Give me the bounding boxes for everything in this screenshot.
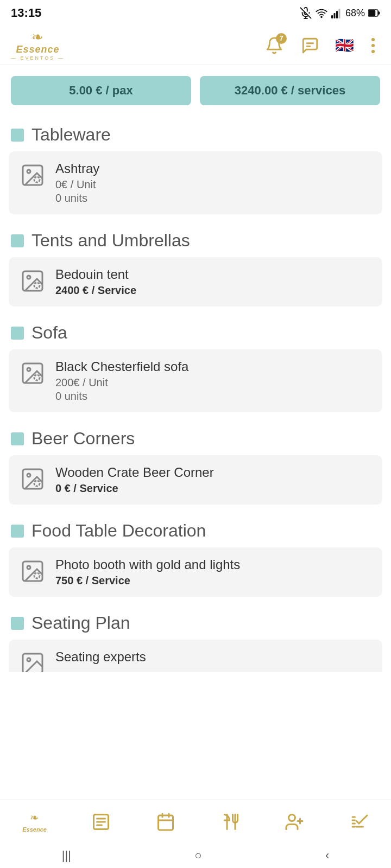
- image-icon-seating: [20, 650, 46, 672]
- item-chesterfield[interactable]: Black Chesterfield sofa 200€ / Unit 0 un…: [9, 349, 382, 412]
- section-square: [11, 234, 24, 247]
- item-bedouin-tent[interactable]: Bedouin tent 2400 € / Service: [9, 257, 382, 307]
- checklist-icon: [349, 812, 369, 832]
- item-icon-chesterfield: [18, 359, 47, 387]
- svg-point-39: [289, 814, 295, 821]
- signal-icon: [331, 7, 342, 19]
- food-icon: [220, 812, 240, 832]
- section-beer-title: Beer Corners: [31, 429, 135, 449]
- item-icon-ashtray: [18, 161, 47, 189]
- image-icon-chesterfield: [20, 360, 46, 386]
- svg-rect-6: [336, 11, 338, 18]
- svg-point-19: [27, 368, 30, 371]
- svg-point-25: [27, 566, 30, 569]
- calendar-icon: [156, 812, 175, 832]
- add-user-icon: [285, 812, 304, 832]
- item-info-bedouin: Bedouin tent 2400 € / Service: [55, 267, 373, 297]
- image-icon-photo-booth: [20, 558, 46, 584]
- item-price-chesterfield: 200€ / Unit: [55, 376, 373, 389]
- bottom-nav-food[interactable]: [214, 810, 247, 834]
- image-icon-wooden-crate: [20, 466, 46, 492]
- battery-icon: [368, 9, 380, 17]
- svg-point-17: [34, 283, 40, 288]
- section-seating-title: Seating Plan: [31, 613, 130, 633]
- section-food-title: Food Table Decoration: [31, 521, 206, 541]
- recent-apps-button[interactable]: |||: [51, 845, 82, 866]
- bottom-logo-text: Essence: [22, 826, 47, 833]
- svg-rect-5: [333, 13, 335, 18]
- dot-2: [371, 44, 375, 47]
- section-seating-cutoff: Seating experts: [9, 640, 382, 672]
- section-tableware-header: Tableware: [9, 115, 382, 151]
- item-icon-bedouin: [18, 267, 47, 295]
- item-units-chesterfield: 0 units: [55, 390, 373, 403]
- bottom-nav-logo[interactable]: ❧ Essence: [16, 809, 53, 835]
- back-button[interactable]: ‹: [314, 845, 340, 866]
- dot-3: [371, 50, 375, 53]
- image-icon-bedouin: [20, 268, 46, 294]
- bottom-nav: ❧ Essence: [0, 800, 391, 843]
- bottom-nav-add-user[interactable]: [278, 810, 311, 834]
- svg-point-23: [34, 481, 40, 486]
- section-square: [11, 525, 24, 538]
- item-icon-photo-booth: [18, 557, 47, 585]
- dot-1: [371, 38, 375, 41]
- item-info-photo-booth: Photo booth with gold and lights 750 € /…: [55, 557, 373, 587]
- section-sofa-title: Sofa: [31, 323, 67, 343]
- item-info-chesterfield: Black Chesterfield sofa 200€ / Unit 0 un…: [55, 359, 373, 403]
- bottom-nav-calendar[interactable]: [149, 810, 182, 834]
- chat-button[interactable]: [298, 33, 323, 58]
- item-wooden-crate[interactable]: Wooden Crate Beer Corner 0 € / Service: [9, 455, 382, 505]
- svg-point-20: [34, 375, 40, 380]
- svg-rect-9: [369, 11, 375, 16]
- bottom-nav-checklist[interactable]: [343, 810, 375, 834]
- status-bar: 13:15 68%: [0, 0, 391, 26]
- logo: ❧ Essence — eventos —: [11, 30, 65, 61]
- section-square: [11, 617, 24, 630]
- section-square: [11, 327, 24, 340]
- svg-point-3: [321, 16, 322, 17]
- item-name-wooden-crate: Wooden Crate Beer Corner: [55, 465, 373, 480]
- top-nav: ❧ Essence — eventos — 7 🇬🇧: [0, 26, 391, 65]
- item-info-ashtray: Ashtray 0€ / Unit 0 units: [55, 161, 373, 205]
- svg-point-14: [34, 177, 40, 182]
- logo-icon: ❧: [31, 30, 43, 44]
- section-seating-header: Seating Plan: [9, 603, 382, 640]
- svg-rect-7: [338, 9, 340, 18]
- svg-point-28: [27, 658, 30, 661]
- wifi-icon: [315, 7, 328, 19]
- item-name-chesterfield: Black Chesterfield sofa: [55, 359, 373, 374]
- item-price-bedouin: 2400 € / Service: [55, 284, 373, 297]
- section-tableware-title: Tableware: [31, 125, 111, 145]
- image-icon-ashtray: [20, 162, 46, 188]
- item-name-photo-booth: Photo booth with gold and lights: [55, 557, 373, 572]
- section-beer-header: Beer Corners: [9, 419, 382, 455]
- notifications-button[interactable]: 7: [262, 33, 287, 58]
- flag-emoji: 🇬🇧: [335, 36, 354, 54]
- svg-point-16: [27, 276, 30, 279]
- section-tents-title: Tents and Umbrellas: [31, 231, 190, 251]
- item-photo-booth[interactable]: Photo booth with gold and lights 750 € /…: [9, 547, 382, 597]
- item-units-ashtray: 0 units: [55, 192, 373, 205]
- item-price-wooden-crate: 0 € / Service: [55, 482, 373, 495]
- svg-point-13: [27, 170, 30, 173]
- home-button[interactable]: ○: [184, 845, 212, 866]
- bottom-nav-news[interactable]: [85, 810, 117, 834]
- bottom-logo-icon: ❧: [30, 811, 39, 824]
- more-button[interactable]: [366, 33, 380, 59]
- item-ashtray[interactable]: Ashtray 0€ / Unit 0 units: [9, 151, 382, 214]
- item-seating-experts[interactable]: Seating experts: [9, 640, 382, 672]
- language-flag[interactable]: 🇬🇧: [333, 35, 355, 56]
- item-icon-seating: [18, 649, 47, 672]
- status-icons: 68%: [300, 7, 380, 19]
- news-icon: [91, 812, 111, 832]
- pax-price-badge: 5.00 € / pax: [11, 76, 191, 105]
- svg-point-26: [34, 573, 40, 578]
- section-tents-header: Tents and Umbrellas: [9, 221, 382, 257]
- item-icon-wooden-crate: [18, 465, 47, 493]
- battery-text: 68%: [345, 8, 365, 19]
- svg-rect-33: [159, 815, 173, 830]
- mute-icon: [300, 7, 312, 19]
- item-name-seating: Seating experts: [55, 649, 373, 665]
- item-info-seating: Seating experts: [55, 649, 373, 667]
